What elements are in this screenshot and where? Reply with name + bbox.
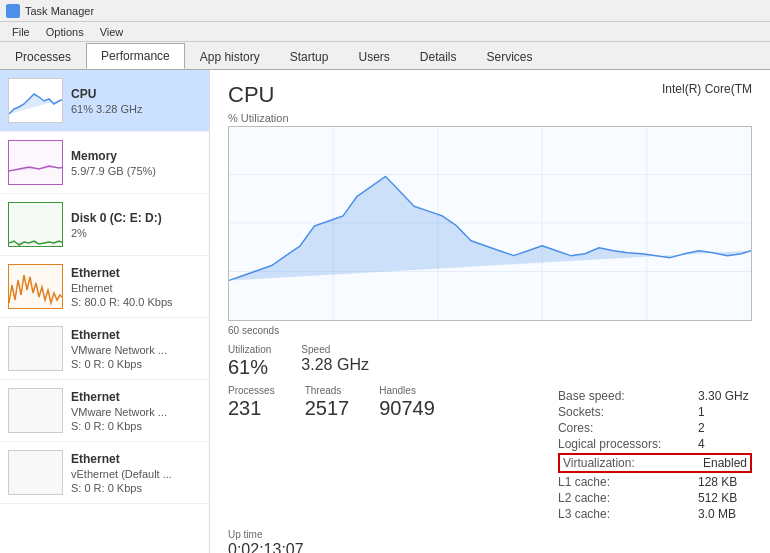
sidebar-eth3-sub2: S: 0 R: 0 Kbps (71, 420, 201, 432)
speed-stat-value: 3.28 GHz (301, 355, 369, 374)
tab-startup[interactable]: Startup (275, 43, 344, 69)
l2-val: 512 KB (698, 491, 737, 505)
svg-rect-5 (9, 451, 63, 495)
sidebar: CPU 61% 3.28 GHz Memory 5.9/7.9 GB (75%) (0, 70, 210, 553)
sidebar-disk-sub: 2% (71, 227, 201, 239)
eth2-sidebar-graph (8, 326, 63, 371)
sidebar-item-ethernet4[interactable]: Ethernet vEthernet (Default ... S: 0 R: … (0, 442, 209, 504)
title-text: Task Manager (25, 5, 94, 17)
tab-services[interactable]: Services (472, 43, 548, 69)
handles-stat-value: 90749 (379, 396, 435, 420)
sidebar-memory-info: Memory 5.9/7.9 GB (75%) (71, 149, 201, 177)
info-l1: L1 cache: 128 KB (558, 475, 752, 489)
sockets-key: Sockets: (558, 405, 698, 419)
sidebar-cpu-name: CPU (71, 87, 201, 101)
tab-details[interactable]: Details (405, 43, 472, 69)
sidebar-item-cpu[interactable]: CPU 61% 3.28 GHz (0, 70, 209, 132)
uptime-label: Up time (228, 529, 304, 540)
l1-key: L1 cache: (558, 475, 698, 489)
sidebar-memory-name: Memory (71, 149, 201, 163)
info-base-speed: Base speed: 3.30 GHz (558, 389, 752, 403)
title-bar: Task Manager (0, 0, 770, 22)
sidebar-disk-info: Disk 0 (C: E: D:) 2% (71, 211, 201, 239)
sidebar-cpu-info: CPU 61% 3.28 GHz (71, 87, 201, 115)
sidebar-disk-name: Disk 0 (C: E: D:) (71, 211, 201, 225)
stats-row-uptime: Up time 0:02:13:07 (228, 529, 752, 553)
tab-app-history[interactable]: App history (185, 43, 275, 69)
cpu-chart (228, 126, 752, 321)
logical-key: Logical processors: (558, 437, 698, 451)
l1-val: 128 KB (698, 475, 737, 489)
base-speed-key: Base speed: (558, 389, 698, 403)
sidebar-item-ethernet1[interactable]: Ethernet Ethernet S: 80.0 R: 40.0 Kbps (0, 256, 209, 318)
sidebar-eth4-sub2: S: 0 R: 0 Kbps (71, 482, 201, 494)
sidebar-eth2-sub2: S: 0 R: 0 Kbps (71, 358, 201, 370)
menu-bar: File Options View (0, 22, 770, 42)
sidebar-eth3-info: Ethernet VMware Network ... S: 0 R: 0 Kb… (71, 390, 201, 432)
cores-val: 2 (698, 421, 705, 435)
threads-stat-label: Threads (305, 385, 350, 396)
l2-key: L2 cache: (558, 491, 698, 505)
uptime-stat: Up time 0:02:13:07 (228, 529, 304, 553)
main-content: CPU 61% 3.28 GHz Memory 5.9/7.9 GB (75%) (0, 70, 770, 553)
cpu-model: Intel(R) Core(TM (662, 82, 752, 96)
sidebar-eth1-info: Ethernet Ethernet S: 80.0 R: 40.0 Kbps (71, 266, 201, 308)
sidebar-item-memory[interactable]: Memory 5.9/7.9 GB (75%) (0, 132, 209, 194)
sidebar-cpu-sub: 61% 3.28 GHz (71, 103, 201, 115)
svg-rect-0 (9, 141, 63, 185)
handles-stat-label: Handles (379, 385, 435, 396)
threads-stat-value: 2517 (305, 396, 350, 420)
virt-key: Virtualization: (563, 456, 703, 470)
sidebar-item-ethernet3[interactable]: Ethernet VMware Network ... S: 0 R: 0 Kb… (0, 380, 209, 442)
utilization-label: % Utilization (228, 112, 752, 124)
processes-stat: Processes 231 (228, 385, 275, 523)
sidebar-eth3-sub: VMware Network ... (71, 406, 201, 418)
uptime-value: 0:02:13:07 (228, 540, 304, 553)
sidebar-eth2-info: Ethernet VMware Network ... S: 0 R: 0 Kb… (71, 328, 201, 370)
info-cores: Cores: 2 (558, 421, 752, 435)
svg-rect-3 (9, 327, 63, 371)
info-grid: Base speed: 3.30 GHz Sockets: 1 Cores: 2… (558, 389, 752, 523)
l3-val: 3.0 MB (698, 507, 736, 521)
tab-performance[interactable]: Performance (86, 43, 185, 69)
util-stat-value: 61% (228, 355, 271, 379)
sidebar-item-disk[interactable]: Disk 0 (C: E: D:) 2% (0, 194, 209, 256)
speed-stat: Speed 3.28 GHz (301, 344, 369, 379)
util-stat-label: Utilization (228, 344, 271, 355)
tab-users[interactable]: Users (343, 43, 404, 69)
tab-processes[interactable]: Processes (0, 43, 86, 69)
svg-rect-1 (9, 203, 63, 247)
menu-options[interactable]: Options (38, 24, 92, 40)
info-logical: Logical processors: 4 (558, 437, 752, 451)
sidebar-item-ethernet2[interactable]: Ethernet VMware Network ... S: 0 R: 0 Kb… (0, 318, 209, 380)
utilization-stat: Utilization 61% (228, 344, 271, 379)
svg-rect-4 (9, 389, 63, 433)
disk-sidebar-graph (8, 202, 63, 247)
virt-val: Enabled (703, 456, 747, 470)
stats-row-2: Processes 231 Threads 2517 Handles 90749… (228, 385, 752, 523)
info-l3: L3 cache: 3.0 MB (558, 507, 752, 521)
stats-row-1: Utilization 61% Speed 3.28 GHz (228, 344, 752, 379)
sidebar-eth4-sub: vEthernet (Default ... (71, 468, 201, 480)
menu-file[interactable]: File (4, 24, 38, 40)
threads-stat: Threads 2517 (305, 385, 350, 523)
cpu-header: CPU Intel(R) Core(TM (228, 82, 752, 108)
sidebar-memory-sub: 5.9/7.9 GB (75%) (71, 165, 201, 177)
cpu-sidebar-graph (8, 78, 63, 123)
sidebar-eth2-sub: VMware Network ... (71, 344, 201, 356)
base-speed-val: 3.30 GHz (698, 389, 749, 403)
processes-stat-value: 231 (228, 396, 275, 420)
sidebar-eth2-name: Ethernet (71, 328, 201, 342)
l3-key: L3 cache: (558, 507, 698, 521)
processes-stat-label: Processes (228, 385, 275, 396)
eth3-sidebar-graph (8, 388, 63, 433)
logical-val: 4 (698, 437, 705, 451)
detail-panel: CPU Intel(R) Core(TM % Utilization 60 se… (210, 70, 770, 553)
sockets-val: 1 (698, 405, 705, 419)
menu-view[interactable]: View (92, 24, 132, 40)
cpu-title: CPU (228, 82, 274, 108)
sidebar-eth3-name: Ethernet (71, 390, 201, 404)
time-label: 60 seconds (228, 325, 752, 336)
sidebar-eth4-info: Ethernet vEthernet (Default ... S: 0 R: … (71, 452, 201, 494)
sidebar-eth1-sub2: S: 80.0 R: 40.0 Kbps (71, 296, 201, 308)
